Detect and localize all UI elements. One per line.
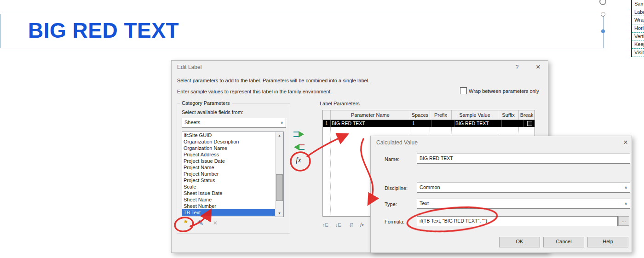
scroll-up-icon[interactable]: ▲ bbox=[276, 132, 283, 139]
move-down-button[interactable]: ↓E bbox=[335, 222, 341, 228]
scrollbar[interactable]: ▲ ▼ bbox=[275, 132, 283, 217]
label-parameters-title: Label Parameters bbox=[320, 101, 360, 106]
delete-parameter-button[interactable]: ✕ bbox=[210, 218, 220, 228]
list-item[interactable]: IfcSite GUID bbox=[182, 132, 283, 138]
header-suffix: Suffix bbox=[498, 110, 519, 120]
move-up-icon: ↑E bbox=[322, 222, 328, 228]
reorder-icon: ⇵ bbox=[349, 222, 353, 228]
help-button[interactable]: Help bbox=[587, 237, 628, 247]
property-label: Keep bbox=[634, 41, 644, 47]
property-label: Wrap bbox=[634, 17, 644, 23]
new-parameter-button[interactable]: * bbox=[181, 218, 191, 228]
arrow-right-icon bbox=[293, 131, 305, 138]
list-item[interactable]: Project Address bbox=[182, 151, 283, 158]
browse-formula-button[interactable]: ... bbox=[618, 216, 629, 226]
calculated-value-dialog: Calculated Value ✕ Name: BIG RED TEXT Di… bbox=[370, 136, 632, 253]
combobox-value: Common bbox=[420, 184, 440, 190]
type-combobox[interactable]: Text ∨ bbox=[417, 199, 630, 209]
close-icon[interactable]: ✕ bbox=[534, 63, 542, 71]
pencil-icon: ✎ bbox=[198, 219, 204, 227]
formula-field[interactable]: if(TB Text, "BIG RED TEXT", "") bbox=[417, 216, 618, 226]
dialog-title: Edit Label bbox=[177, 64, 201, 70]
list-item[interactable]: Sheet Issue Date bbox=[182, 190, 283, 196]
type-label: Type: bbox=[385, 201, 397, 207]
combobox-value: Sheets bbox=[184, 120, 200, 125]
formula-label: Formula: bbox=[385, 219, 404, 224]
wrap-checkbox-label: Wrap between parameters only bbox=[469, 88, 539, 94]
header-rownum bbox=[323, 110, 331, 120]
property-row[interactable]: Samp bbox=[632, 0, 644, 8]
cell-parameter-name[interactable]: BIG RED TEXT bbox=[331, 120, 411, 127]
list-item[interactable]: Project Number bbox=[182, 171, 283, 177]
wrap-checkbox[interactable] bbox=[460, 87, 467, 94]
property-row[interactable]: Wrap bbox=[632, 16, 644, 24]
edit-parameter-button[interactable]: ✎ bbox=[196, 218, 206, 228]
header-break: Break bbox=[519, 110, 535, 120]
move-down-icon: ↓E bbox=[335, 222, 341, 228]
property-label: Hori bbox=[634, 25, 644, 31]
cell-rownum: 1 bbox=[323, 120, 331, 127]
fx-icon: fx bbox=[296, 156, 301, 164]
reorder-button[interactable]: ⇵ bbox=[349, 222, 353, 228]
discipline-label: Discipline: bbox=[385, 185, 408, 191]
move-up-button[interactable]: ↑E bbox=[322, 222, 328, 228]
label-preview-text[interactable]: BIG RED TEXT bbox=[28, 18, 179, 43]
parameter-listbox[interactable]: IfcSite GUID Organization Description Or… bbox=[182, 132, 284, 217]
add-to-label-button[interactable] bbox=[293, 131, 305, 138]
list-item-tb-text[interactable]: TB Text bbox=[182, 209, 283, 216]
property-row[interactable]: Keep bbox=[632, 40, 644, 49]
cell-prefix[interactable] bbox=[432, 120, 454, 127]
category-parameters-group: Category Parameters Select available fie… bbox=[177, 103, 290, 234]
header-parameter-name: Parameter Name bbox=[331, 110, 410, 120]
list-item[interactable]: Sheet Name bbox=[182, 196, 283, 203]
list-item[interactable]: Sheet Number bbox=[182, 203, 283, 209]
label-selection-box[interactable]: BIG RED TEXT bbox=[0, 14, 604, 48]
chevron-down-icon: ∨ bbox=[624, 183, 627, 192]
name-field[interactable]: BIG RED TEXT bbox=[417, 154, 630, 164]
header-spaces: Spaces bbox=[410, 110, 430, 120]
property-row[interactable]: Hori bbox=[632, 24, 644, 33]
parameter-row-selected[interactable]: 1 BIG RED TEXT 1 BIG RED TEXT bbox=[323, 120, 535, 127]
break-checkbox[interactable] bbox=[527, 121, 532, 126]
scroll-down-icon[interactable]: ▼ bbox=[276, 210, 283, 217]
cell-break bbox=[523, 120, 535, 127]
fx-button[interactable]: fx bbox=[296, 156, 301, 164]
cell-spaces[interactable]: 1 bbox=[411, 120, 432, 127]
list-item[interactable]: Organization Name bbox=[182, 145, 283, 151]
close-icon[interactable]: ✕ bbox=[621, 139, 630, 146]
chevron-down-icon: ∨ bbox=[624, 200, 627, 208]
formula-value: if(TB Text, "BIG RED TEXT", "") bbox=[420, 218, 487, 224]
cell-sample-value[interactable]: BIG RED TEXT bbox=[454, 120, 502, 127]
list-item[interactable]: Organization Description bbox=[182, 138, 283, 145]
remove-from-label-button[interactable] bbox=[293, 143, 305, 151]
list-item[interactable]: Project Name bbox=[182, 164, 283, 171]
chevron-down-icon: ∨ bbox=[280, 119, 283, 127]
property-row[interactable]: Visib bbox=[632, 49, 644, 57]
combobox-value: Text bbox=[420, 201, 429, 206]
help-icon[interactable]: ? bbox=[513, 63, 521, 71]
property-label: Verti bbox=[634, 34, 644, 39]
rotate-grip-icon[interactable] bbox=[599, 0, 606, 5]
cell-suffix[interactable] bbox=[502, 120, 523, 127]
drag-grip-icon[interactable] bbox=[601, 29, 605, 33]
discipline-combobox[interactable]: Common ∨ bbox=[417, 183, 630, 193]
property-row[interactable]: Labe bbox=[632, 8, 644, 17]
properties-panel: Samp Labe Wrap Hori Verti Keep Visib bbox=[631, 0, 644, 57]
delete-icon: ✕ bbox=[213, 220, 218, 226]
property-row[interactable]: Verti bbox=[632, 33, 644, 41]
selection-grip-icon[interactable] bbox=[601, 12, 605, 17]
category-combobox[interactable]: Sheets ∨ bbox=[182, 118, 286, 128]
list-item[interactable]: Project Issue Date bbox=[182, 158, 283, 164]
fx-edit-icon: fx bbox=[360, 222, 364, 227]
edit-formula-button[interactable]: fx bbox=[360, 222, 364, 227]
ok-button[interactable]: OK bbox=[499, 237, 540, 247]
scroll-thumb[interactable] bbox=[276, 174, 283, 201]
cancel-button[interactable]: Cancel bbox=[543, 237, 584, 247]
list-item[interactable]: Scale bbox=[182, 183, 283, 190]
property-label: Visib bbox=[634, 50, 644, 55]
list-item[interactable]: Project Status bbox=[182, 177, 283, 183]
property-label: Labe bbox=[634, 9, 644, 15]
header-sample-value: Sample Value bbox=[452, 110, 498, 120]
fields-from-label: Select available fields from: bbox=[182, 109, 243, 115]
new-parameter-icon: * bbox=[184, 218, 187, 228]
